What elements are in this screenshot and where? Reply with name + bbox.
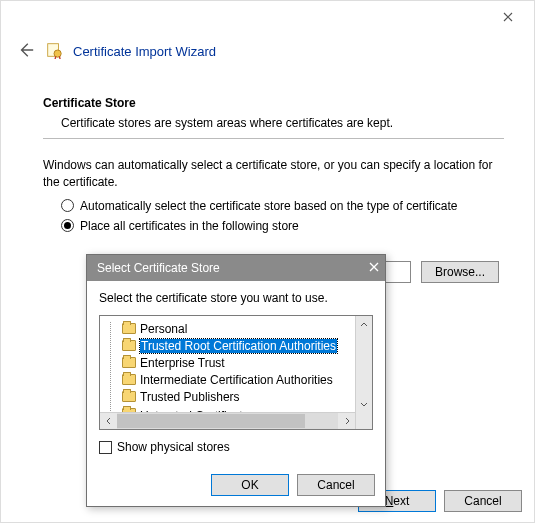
dialog-cancel-button[interactable]: Cancel (297, 474, 375, 496)
tree-item-intermediate[interactable]: Intermediate Certification Authorities (100, 371, 355, 388)
chevron-right-icon (343, 417, 351, 425)
radio-auto-select[interactable]: Automatically select the certificate sto… (61, 199, 504, 213)
scroll-track[interactable] (117, 413, 338, 429)
scroll-thumb[interactable] (117, 414, 305, 428)
tree-item-enterprise-trust[interactable]: Enterprise Trust (100, 354, 355, 371)
folder-icon (122, 340, 136, 351)
vertical-scrollbar[interactable] (355, 316, 372, 429)
divider (43, 138, 504, 139)
tree-item-label: Intermediate Certification Authorities (140, 373, 333, 387)
ok-button[interactable]: OK (211, 474, 289, 496)
folder-icon (122, 374, 136, 385)
radio-icon (61, 219, 74, 232)
wizard-title: Certificate Import Wizard (73, 44, 216, 59)
radio-place-label: Place all certificates in the following … (80, 219, 299, 233)
radio-auto-label: Automatically select the certificate sto… (80, 199, 458, 213)
close-icon (503, 12, 513, 22)
tree-item-personal[interactable]: Personal (100, 320, 355, 337)
checkbox-icon (99, 441, 112, 454)
tree-viewport[interactable]: Personal Trusted Root Certification Auth… (100, 316, 355, 429)
chevron-up-icon (360, 321, 368, 329)
section-description: Certificate stores are system areas wher… (61, 116, 504, 130)
show-physical-checkbox[interactable]: Show physical stores (99, 440, 373, 454)
dialog-prompt: Select the certificate store you want to… (99, 291, 373, 305)
scroll-down-button[interactable] (356, 395, 372, 412)
dialog-close-button[interactable] (369, 261, 379, 275)
dialog-body: Select the certificate store you want to… (87, 281, 385, 474)
folder-icon (122, 357, 136, 368)
arrow-left-icon (17, 41, 35, 59)
certificate-icon (45, 41, 63, 62)
dialog-titlebar[interactable]: Select Certificate Store (87, 255, 385, 281)
scroll-left-button[interactable] (100, 413, 117, 430)
wizard-content: Certificate Store Certificate stores are… (43, 96, 504, 239)
tree-item-trusted-root[interactable]: Trusted Root Certification Authorities (100, 337, 355, 354)
window-close-button[interactable] (488, 5, 528, 29)
show-physical-label: Show physical stores (117, 440, 230, 454)
tree-item-label: Enterprise Trust (140, 356, 225, 370)
radio-place-all[interactable]: Place all certificates in the following … (61, 219, 504, 233)
dialog-title: Select Certificate Store (97, 261, 369, 275)
close-icon (369, 262, 379, 272)
horizontal-scrollbar[interactable] (100, 412, 355, 429)
chevron-down-icon (360, 400, 368, 408)
radio-icon (61, 199, 74, 212)
section-title: Certificate Store (43, 96, 504, 110)
folder-icon (122, 323, 136, 334)
tree-guide-line (110, 322, 111, 423)
tree-item-trusted-publishers[interactable]: Trusted Publishers (100, 388, 355, 405)
scroll-up-button[interactable] (356, 316, 372, 333)
instruction-text: Windows can automatically select a certi… (43, 157, 504, 191)
wizard-header: Certificate Import Wizard (17, 41, 518, 62)
select-store-dialog: Select Certificate Store Select the cert… (86, 254, 386, 507)
store-tree: Personal Trusted Root Certification Auth… (99, 315, 373, 430)
tree-item-label: Personal (140, 322, 187, 336)
tree-item-label: Trusted Root Certification Authorities (140, 339, 337, 353)
browse-button[interactable]: Browse... (421, 261, 499, 283)
svg-point-1 (54, 50, 61, 57)
folder-icon (122, 391, 136, 402)
radio-group: Automatically select the certificate sto… (61, 199, 504, 233)
back-button[interactable] (17, 41, 35, 62)
scroll-right-button[interactable] (338, 413, 355, 430)
dialog-footer: OK Cancel (87, 474, 385, 506)
chevron-left-icon (105, 417, 113, 425)
cancel-button[interactable]: Cancel (444, 490, 522, 512)
tree-item-label: Trusted Publishers (140, 390, 240, 404)
